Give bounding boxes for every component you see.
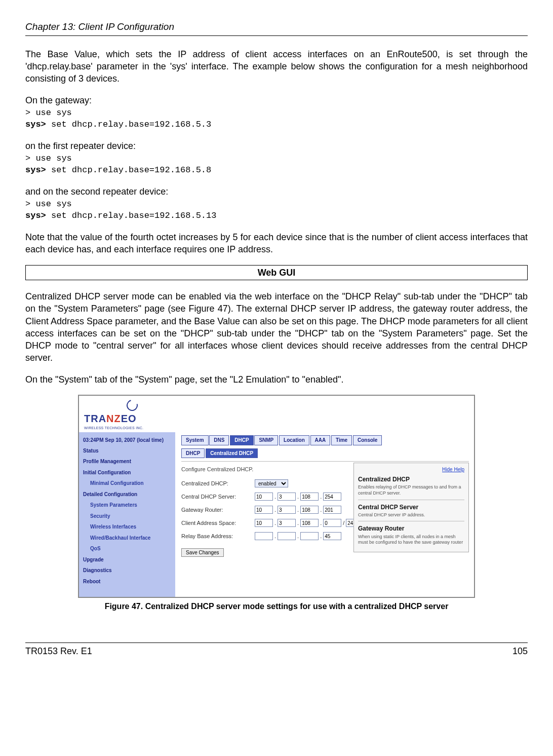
sidebar-item-status[interactable]: Status bbox=[79, 445, 175, 457]
centralized-label: Centralized DHCP: bbox=[181, 480, 255, 487]
divider bbox=[181, 461, 469, 462]
gateway-ip-4[interactable] bbox=[323, 506, 341, 514]
tab-snmp[interactable]: SNMP bbox=[254, 435, 278, 445]
sidebar-item-minimal[interactable]: Minimal Configuration bbox=[79, 478, 175, 489]
gateway-code: > use sys sys> set dhcp.relay.base=192.1… bbox=[25, 107, 528, 131]
sub-tabs: DHCP Centralized DHCP bbox=[181, 448, 469, 459]
code-prompt: sys> bbox=[25, 165, 46, 175]
code-line: > use sys bbox=[25, 154, 72, 163]
logo-text: EO bbox=[121, 413, 137, 424]
tab-time[interactable]: Time bbox=[331, 435, 352, 445]
help-desc-gateway: When using static IP clients, all nodes … bbox=[358, 534, 464, 546]
space-label: Client Address Space: bbox=[181, 519, 255, 527]
tab-console[interactable]: Console bbox=[353, 435, 382, 445]
code-line: > use sys bbox=[25, 199, 72, 209]
tab-system[interactable]: System bbox=[181, 435, 209, 445]
sidebar-item-sysparams[interactable]: System Parameters bbox=[79, 500, 175, 511]
relay-ip-1[interactable] bbox=[255, 532, 273, 540]
system-paragraph: On the "System" tab of the "System" page… bbox=[25, 373, 528, 386]
relay-label: Relay Base Address: bbox=[181, 533, 255, 540]
code-cmd: set dhcp.relay.base=192.168.5.3 bbox=[46, 120, 211, 129]
help-title-server: Central DHCP Server bbox=[358, 503, 464, 511]
gateway-label: On the gateway: bbox=[25, 94, 528, 106]
sidebar-item-wireless[interactable]: Wireless Interfaces bbox=[79, 521, 175, 533]
tab-dhcp[interactable]: DHCP bbox=[230, 435, 253, 445]
relay-ip-4[interactable] bbox=[323, 532, 341, 540]
screenshot: TRANZEO WIRELESS TECHNOLOGIES INC. 03:24… bbox=[78, 395, 475, 598]
subtab-dhcp[interactable]: DHCP bbox=[181, 448, 205, 459]
figure-caption: Figure 47. Centralized DHCP server mode … bbox=[25, 601, 528, 612]
sidebar-item-wired[interactable]: Wired/Backhaul Interface bbox=[79, 533, 175, 544]
web-gui-heading: Web GUI bbox=[25, 265, 528, 280]
space-ip-2[interactable] bbox=[278, 519, 296, 527]
footer-page-number: 105 bbox=[512, 645, 528, 657]
save-button[interactable]: Save Changes bbox=[181, 548, 224, 557]
relay-ip-3[interactable] bbox=[300, 532, 319, 540]
help-title-gateway: Gateway Router bbox=[358, 524, 464, 533]
tab-aaa[interactable]: AAA bbox=[310, 435, 331, 445]
sidebar-item-detailed[interactable]: Detailed Configuration bbox=[79, 489, 175, 500]
relay-ip-2[interactable] bbox=[278, 532, 296, 540]
tab-dns[interactable]: DNS bbox=[209, 435, 229, 445]
server-ip-2[interactable] bbox=[278, 493, 296, 501]
repeater2-label: and on the second repeater device: bbox=[25, 185, 528, 198]
logo-text: TRA bbox=[84, 413, 106, 424]
help-title-centralized: Centralized DHCP bbox=[358, 475, 464, 483]
sidebar-item-security[interactable]: Security bbox=[79, 511, 175, 522]
gateway-ip-1[interactable] bbox=[255, 506, 273, 514]
code-prompt: sys> bbox=[25, 211, 46, 220]
sidebar-item-diagnostics[interactable]: Diagnostics bbox=[79, 565, 175, 576]
top-tabs: System DNS DHCP SNMP Location AAA Time C… bbox=[181, 435, 469, 445]
hide-help-link[interactable]: Hide Help bbox=[358, 466, 464, 473]
note-paragraph: Note that the value of the fourth octet … bbox=[25, 231, 528, 256]
tab-location[interactable]: Location bbox=[279, 435, 309, 445]
logo-swirl-icon bbox=[125, 398, 140, 413]
sidebar-item-qos[interactable]: QoS bbox=[79, 543, 175, 554]
space-ip-4[interactable] bbox=[323, 519, 341, 527]
space-ip-1[interactable] bbox=[255, 519, 273, 527]
intro-paragraph: The Base Value, which sets the IP addres… bbox=[25, 48, 528, 85]
gateway-ip-2[interactable] bbox=[278, 506, 296, 514]
server-ip-1[interactable] bbox=[255, 493, 273, 501]
server-ip-4[interactable] bbox=[323, 493, 341, 501]
help-desc-server: Central DHCP server IP address. bbox=[358, 512, 464, 518]
help-desc-centralized: Enables relaying of DHCP messages to and… bbox=[358, 484, 464, 496]
sidebar-item-reboot[interactable]: Reboot bbox=[79, 576, 175, 587]
code-line: > use sys bbox=[25, 108, 72, 118]
logo-subtitle: WIRELESS TECHNOLOGIES INC. bbox=[84, 426, 180, 430]
server-label: Central DHCP Server: bbox=[181, 493, 255, 501]
help-panel: Hide Help Centralized DHCP Enables relay… bbox=[353, 463, 469, 552]
gateway-ip-3[interactable] bbox=[300, 506, 319, 514]
code-cmd: set dhcp.relay.base=192.168.5.8 bbox=[46, 165, 211, 175]
server-ip-3[interactable] bbox=[300, 493, 319, 501]
repeater1-code: > use sys sys> set dhcp.relay.base=192.1… bbox=[25, 153, 528, 176]
code-prompt: sys> bbox=[25, 120, 46, 129]
main-panel: System DNS DHCP SNMP Location AAA Time C… bbox=[175, 432, 474, 597]
repeater2-code: > use sys sys> set dhcp.relay.base=192.1… bbox=[25, 199, 528, 222]
chapter-header: Chapter 13: Client IP Configuration bbox=[25, 20, 528, 36]
sidebar-item-upgrade[interactable]: Upgrade bbox=[79, 554, 175, 565]
footer-doc-id: TR0153 Rev. E1 bbox=[25, 645, 92, 657]
sidebar-item-profile[interactable]: Profile Management bbox=[79, 456, 175, 467]
webgui-paragraph: Centralized DHCP server mode can be enab… bbox=[25, 290, 528, 364]
sidebar-item-initial[interactable]: Initial Configuration bbox=[79, 467, 175, 478]
page-footer: TR0153 Rev. E1 105 bbox=[25, 642, 528, 657]
space-ip-3[interactable] bbox=[300, 519, 319, 527]
logo: TRANZEO WIRELESS TECHNOLOGIES INC. bbox=[79, 396, 185, 432]
centralized-select[interactable]: enabled bbox=[255, 479, 288, 487]
code-cmd: set dhcp.relay.base=192.168.5.13 bbox=[46, 211, 217, 220]
repeater1-label: on the first repeater device: bbox=[25, 140, 528, 152]
sidebar: 03:24PM Sep 10, 2007 (local time) Status… bbox=[79, 432, 175, 597]
logo-text: NZ bbox=[106, 413, 121, 424]
gateway-label: Gateway Router: bbox=[181, 506, 255, 514]
sidebar-time: 03:24PM Sep 10, 2007 (local time) bbox=[79, 435, 175, 445]
subtab-centralized[interactable]: Centralized DHCP bbox=[206, 448, 258, 459]
